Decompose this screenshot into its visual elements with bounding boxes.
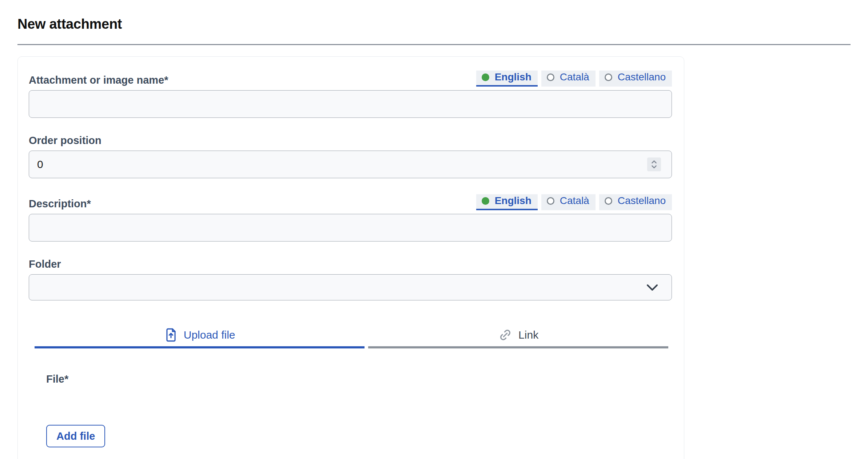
selected-language-dot-icon — [482, 197, 489, 205]
folder-select[interactable] — [29, 274, 672, 300]
chevron-down-icon — [645, 283, 659, 292]
language-tab-label: English — [495, 195, 531, 207]
attachment-form-card: Attachment or image name* English Català… — [17, 56, 684, 459]
link-icon — [498, 328, 513, 342]
title-divider — [17, 44, 851, 45]
tab-upload-file[interactable]: Upload file — [35, 327, 365, 348]
name-input[interactable] — [29, 90, 672, 118]
order-input[interactable] — [29, 151, 672, 178]
description-field: Description* English Català Castellano — [29, 194, 672, 242]
language-radio-circle-icon — [547, 73, 554, 81]
language-tab-catala[interactable]: Català — [541, 71, 596, 87]
tab-label: Link — [518, 329, 538, 341]
selected-language-dot-icon — [482, 73, 489, 81]
folder-field: Folder — [29, 258, 672, 300]
language-tab-english[interactable]: English — [476, 194, 538, 210]
language-tab-castellano[interactable]: Castellano — [599, 71, 672, 87]
language-tab-label: Castellano — [618, 71, 666, 83]
tab-label: Upload file — [184, 329, 235, 341]
upload-file-icon — [164, 327, 178, 343]
folder-field-label: Folder — [29, 258, 672, 271]
language-tab-label: English — [495, 71, 531, 83]
description-input[interactable] — [29, 214, 672, 242]
language-tab-label: Castellano — [618, 195, 666, 207]
language-switcher-name: English Català Castellano — [476, 71, 672, 87]
upload-file-panel: File* Add file — [29, 372, 672, 447]
add-file-button[interactable]: Add file — [46, 425, 105, 447]
page-title: New attachment — [17, 15, 851, 33]
language-radio-circle-icon — [547, 197, 554, 205]
stepper-up-down-icon — [650, 159, 658, 170]
order-input-wrap — [29, 151, 672, 178]
description-field-head: Description* English Català Castellano — [29, 194, 672, 210]
language-tab-catala[interactable]: Català — [541, 194, 596, 210]
language-switcher-description: English Català Castellano — [476, 194, 672, 210]
language-tab-label: Català — [560, 195, 589, 207]
number-stepper[interactable] — [647, 157, 661, 171]
language-tab-english[interactable]: English — [476, 71, 538, 87]
page: New attachment Attachment or image name*… — [0, 15, 868, 459]
tab-link[interactable]: Link — [368, 327, 668, 348]
language-tab-castellano[interactable]: Castellano — [599, 194, 672, 210]
file-field-label: File* — [46, 372, 672, 386]
attachment-type-tabs: Upload file Link — [35, 327, 668, 348]
order-field-label: Order position — [29, 134, 672, 147]
language-radio-circle-icon — [605, 197, 612, 205]
language-radio-circle-icon — [605, 73, 612, 81]
language-tab-label: Català — [560, 71, 589, 83]
order-field: Order position — [29, 134, 672, 178]
description-field-label: Description* — [29, 197, 91, 210]
name-field-head: Attachment or image name* English Català… — [29, 71, 672, 87]
name-field: Attachment or image name* English Català… — [29, 71, 672, 118]
name-field-label: Attachment or image name* — [29, 73, 168, 87]
